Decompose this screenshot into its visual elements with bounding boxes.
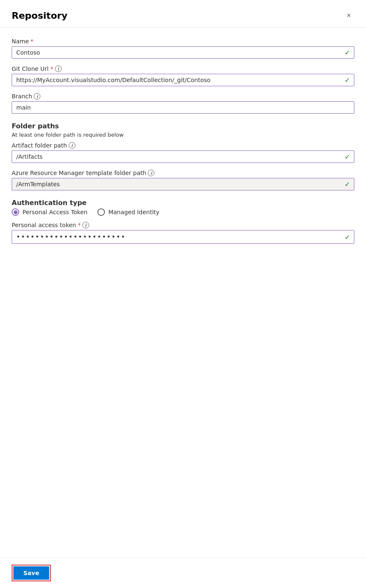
radio-group: Personal Access Token Managed Identity [12,208,354,216]
pat-check-icon: ✓ [345,233,350,241]
arm-label: Azure Resource Manager template folder p… [12,170,354,176]
auth-type-title: Authentication type [12,199,354,207]
pat-info-icon: i [82,222,89,228]
branch-input-wrapper [12,101,354,114]
git-url-input-wrapper: ✓ [12,74,354,86]
pat-field-group: Personal access token * i ✓ [12,222,354,244]
git-url-check-icon: ✓ [345,76,350,84]
git-url-info-icon: i [55,65,62,72]
branch-field-group: Branch i [12,93,354,114]
panel-header: Repository × [0,0,366,28]
arm-input[interactable] [12,178,354,190]
radio-managed-circle [97,208,105,216]
branch-info-icon: i [34,93,40,100]
branch-input[interactable] [12,101,354,114]
panel-body: Name * ✓ Git Clone Url * i ✓ Branch [0,28,366,588]
name-field-group: Name * ✓ [12,38,354,59]
artifact-info-icon: i [69,142,75,149]
auth-type-section: Authentication type Personal Access Toke… [12,199,354,244]
panel-title: Repository [12,10,67,21]
artifact-label: Artifact folder path i [12,142,354,149]
git-url-required-star: * [50,65,53,72]
artifact-field-group: Artifact folder path i ✓ [12,142,354,163]
radio-managed-label: Managed Identity [108,209,159,215]
radio-pat-option[interactable]: Personal Access Token [12,208,87,216]
arm-check-icon: ✓ [345,180,350,188]
radio-pat-label: Personal Access Token [22,209,87,215]
name-required-star: * [30,38,33,45]
artifact-check-icon: ✓ [345,153,350,161]
save-button[interactable]: Save [13,566,49,580]
branch-label: Branch i [12,93,354,100]
name-input[interactable] [12,46,354,59]
folder-paths-title: Folder paths [12,122,354,130]
pat-required-star: * [78,222,81,228]
arm-field-group: Azure Resource Manager template folder p… [12,170,354,190]
radio-pat-circle [12,208,19,216]
repository-panel: Repository × Name * ✓ Git Clone Url * i [0,0,366,588]
arm-info-icon: i [148,170,154,176]
git-url-input[interactable] [12,74,354,86]
git-url-label: Git Clone Url * i [12,65,354,72]
pat-label: Personal access token * i [12,222,354,228]
close-button[interactable]: × [343,10,354,21]
name-check-icon: ✓ [345,49,350,57]
pat-input[interactable] [12,230,354,244]
name-label: Name * [12,38,354,45]
radio-managed-option[interactable]: Managed Identity [97,208,159,216]
git-url-field-group: Git Clone Url * i ✓ [12,65,354,86]
pat-input-wrapper: ✓ [12,230,354,244]
folder-paths-section: Folder paths At least one folder path is… [12,122,354,190]
arm-input-wrapper: ✓ [12,178,354,190]
save-button-wrapper: Save [12,565,51,581]
artifact-input[interactable] [12,150,354,163]
artifact-input-wrapper: ✓ [12,150,354,163]
folder-paths-subtitle: At least one folder path is required bel… [12,132,354,138]
panel-footer: Save [0,558,366,588]
name-input-wrapper: ✓ [12,46,354,59]
